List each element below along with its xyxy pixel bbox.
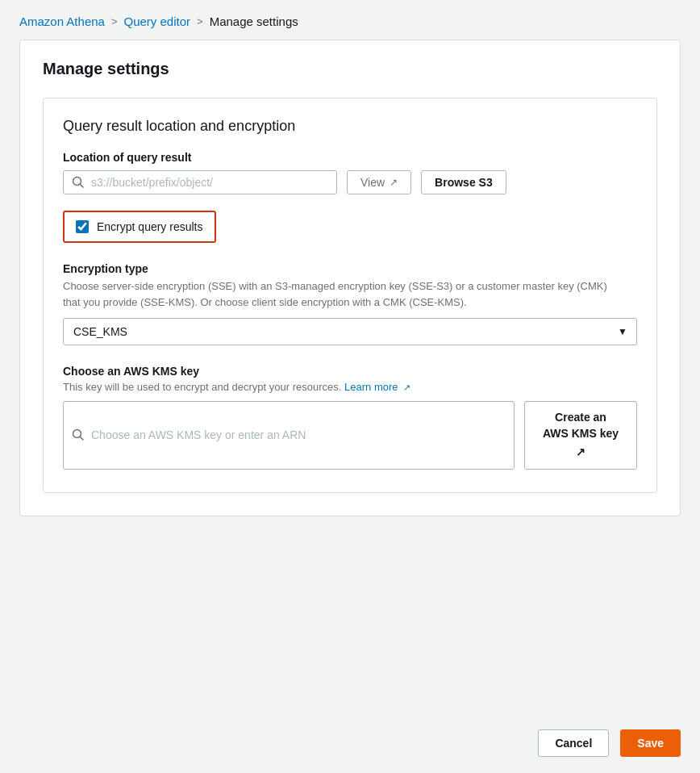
kms-key-input[interactable] xyxy=(91,428,506,441)
kms-search-wrapper[interactable] xyxy=(63,401,515,470)
main-container: Manage settings Query result location an… xyxy=(0,40,700,713)
settings-section: Query result location and encryption Loc… xyxy=(43,98,657,493)
encryption-type-select[interactable]: SSE_S3 SSE_KMS CSE_KMS xyxy=(63,318,637,345)
view-button[interactable]: View ↗ xyxy=(347,170,411,194)
external-link-icon: ↗ xyxy=(390,177,398,188)
location-input-row: View ↗ Browse S3 xyxy=(63,170,637,194)
search-icon xyxy=(72,176,85,189)
svg-line-3 xyxy=(81,437,84,441)
breadcrumb-sep-2: > xyxy=(197,15,203,27)
footer: Cancel Save xyxy=(0,713,700,773)
encrypt-checkbox[interactable] xyxy=(76,220,89,233)
settings-card: Manage settings Query result location an… xyxy=(19,40,681,516)
breadcrumb-link-editor[interactable]: Query editor xyxy=(124,15,191,28)
encrypt-row[interactable]: Encrypt query results xyxy=(63,211,216,243)
encryption-type-label: Encryption type xyxy=(63,262,637,275)
learn-more-link[interactable]: Learn more ↗ xyxy=(344,381,410,393)
card-title: Manage settings xyxy=(43,60,657,78)
section-title: Query result location and encryption xyxy=(63,118,637,135)
svg-line-1 xyxy=(81,185,84,188)
breadcrumb-link-athena[interactable]: Amazon Athena xyxy=(19,15,105,28)
browse-s3-button[interactable]: Browse S3 xyxy=(421,170,506,194)
kms-key-label: Choose an AWS KMS key xyxy=(63,365,637,378)
kms-input-row: Create an AWS KMS key ↗ xyxy=(63,401,637,470)
create-kms-external-icon: ↗ xyxy=(576,445,585,461)
save-button[interactable]: Save xyxy=(620,729,681,757)
location-input-wrapper[interactable] xyxy=(63,170,337,194)
location-label: Location of query result xyxy=(63,151,637,164)
kms-section: Choose an AWS KMS key This key will be u… xyxy=(63,365,637,470)
encrypt-label[interactable]: Encrypt query results xyxy=(97,220,203,233)
breadcrumb-sep-1: > xyxy=(111,15,118,27)
encryption-select-wrapper[interactable]: SSE_S3 SSE_KMS CSE_KMS ▼ xyxy=(63,318,637,345)
breadcrumb: Amazon Athena > Query editor > Manage se… xyxy=(0,0,700,40)
breadcrumb-current: Manage settings xyxy=(210,15,298,28)
location-input[interactable] xyxy=(91,176,328,189)
learn-more-external-icon: ↗ xyxy=(403,382,410,393)
encryption-type-section: Encryption type Choose server-side encry… xyxy=(63,262,637,345)
kms-key-desc: This key will be used to encrypt and dec… xyxy=(63,381,637,393)
create-kms-key-button[interactable]: Create an AWS KMS key ↗ xyxy=(524,401,637,470)
encryption-type-desc: Choose server-side encryption (SSE) with… xyxy=(63,278,611,310)
cancel-button[interactable]: Cancel xyxy=(538,729,609,757)
kms-search-icon xyxy=(72,428,85,441)
